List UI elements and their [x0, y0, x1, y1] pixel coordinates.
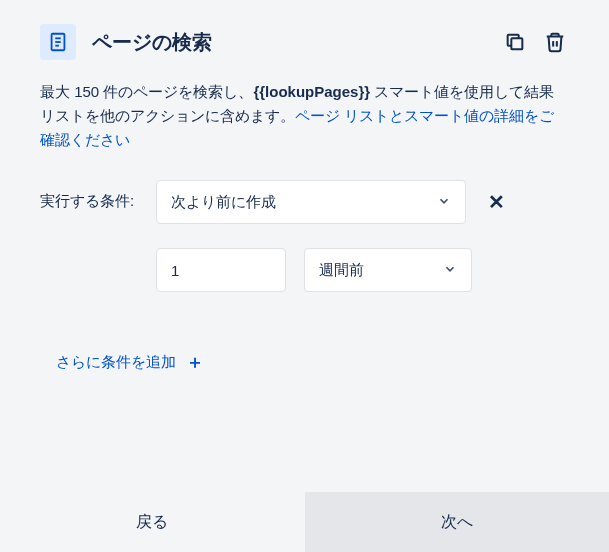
value-input[interactable]: 1 — [156, 248, 286, 292]
next-button[interactable]: 次へ — [305, 492, 610, 552]
unit-select[interactable]: 週間前 — [304, 248, 472, 292]
condition-label: 実行する条件: — [40, 180, 140, 211]
duplicate-icon[interactable] — [501, 28, 529, 56]
operator-value: 次より前に作成 — [171, 193, 429, 212]
page-search-icon — [40, 24, 76, 60]
description-text: 最大 150 件のページを検索し、{{lookupPages}} スマート値を使… — [40, 80, 569, 152]
svg-rect-4 — [511, 38, 522, 49]
back-button[interactable]: 戻る — [0, 492, 305, 552]
operator-select[interactable]: 次より前に作成 — [156, 180, 466, 224]
page-title: ページの検索 — [92, 29, 501, 56]
unit-value: 週間前 — [319, 261, 435, 280]
chevron-down-icon — [437, 194, 451, 211]
trash-icon[interactable] — [541, 28, 569, 56]
plus-icon: ＋ — [186, 350, 204, 374]
remove-condition-button[interactable]: ✕ — [482, 190, 511, 214]
add-condition-button[interactable]: さらに条件を追加 ＋ — [40, 350, 204, 374]
chevron-down-icon — [443, 262, 457, 279]
